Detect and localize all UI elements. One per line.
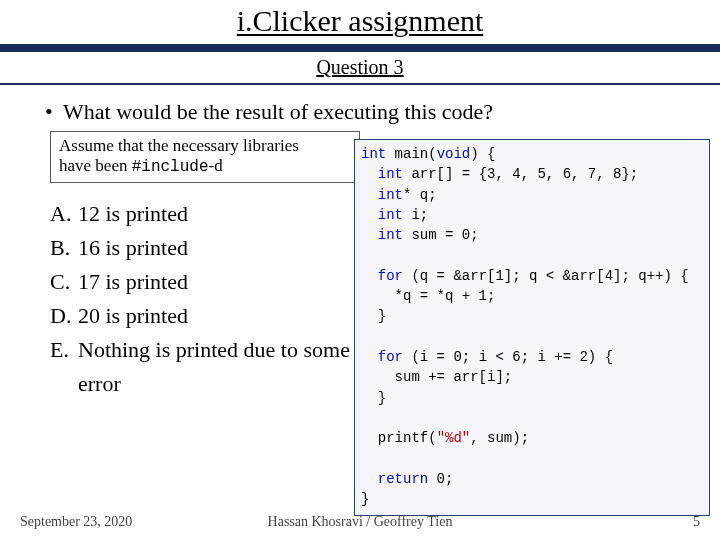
slide: i.Clicker assignment Question 3 •What wo… (0, 0, 720, 540)
code-q: * q; (403, 187, 437, 203)
kw-void: void (437, 146, 471, 162)
code-main: main( (386, 146, 436, 162)
note-line2a: have been (59, 156, 132, 175)
kw-int: int (361, 227, 403, 243)
code-ret-end: 0; (428, 471, 453, 487)
code-close1: } (361, 308, 386, 324)
answer-d: D.20 is printed (50, 299, 380, 333)
answer-text: 16 is printed (78, 231, 380, 265)
code-printf: printf( (361, 430, 437, 446)
note-include: #include (132, 158, 209, 176)
code-end: } (361, 491, 369, 507)
slide-subtitle: Question 3 (0, 56, 720, 79)
answer-label: C. (50, 265, 78, 299)
code-fmt: "%d" (437, 430, 471, 446)
kw-int: int (361, 207, 403, 223)
code-i: i; (403, 207, 428, 223)
answer-list: A.12 is printed B.16 is printed C.17 is … (50, 197, 380, 402)
answer-label: A. (50, 197, 78, 231)
code-body2: sum += arr[i]; (361, 369, 512, 385)
question-text: What would be the result of executing th… (63, 99, 493, 124)
code-for1: (q = &arr[1]; q < &arr[4]; q++) { (403, 268, 689, 284)
answer-a: A.12 is printed (50, 197, 380, 231)
kw-for: for (361, 349, 403, 365)
kw-int: int (361, 146, 386, 162)
title-area: i.Clicker assignment (0, 0, 720, 38)
answer-label: E. (50, 333, 78, 401)
code-close2: } (361, 390, 386, 406)
footer-authors: Hassan Khosravi / Geoffrey Tien (0, 514, 720, 530)
answer-e: E.Nothing is printed due to some error (50, 333, 380, 401)
code-sum: sum = 0; (403, 227, 479, 243)
kw-return: return (361, 471, 428, 487)
bullet-icon: • (45, 99, 63, 125)
answer-c: C.17 is printed (50, 265, 380, 299)
answer-text: 20 is printed (78, 299, 380, 333)
code-for2: (i = 0; i < 6; i += 2) { (403, 349, 613, 365)
code-main-end: ) { (470, 146, 495, 162)
answer-text: Nothing is printed due to some error (78, 333, 380, 401)
slide-title: i.Clicker assignment (0, 4, 720, 38)
footer-page: 5 (693, 514, 700, 530)
answer-text: 17 is printed (78, 265, 380, 299)
answer-text: 12 is printed (78, 197, 380, 231)
kw-int: int (361, 187, 403, 203)
answer-label: B. (50, 231, 78, 265)
code-body1: *q = *q + 1; (361, 288, 495, 304)
answer-b: B.16 is printed (50, 231, 380, 265)
kw-int: int (361, 166, 403, 182)
divider-thick (0, 44, 720, 52)
assumption-note: Assume that the necessary libraries have… (50, 131, 360, 183)
footer: September 23, 2020 Hassan Khosravi / Geo… (0, 514, 720, 530)
code-printf-end: , sum); (470, 430, 529, 446)
note-line1: Assume that the necessary libraries (59, 136, 299, 155)
code-box: int main(void) { int arr[] = {3, 4, 5, 6… (354, 139, 710, 516)
code-arr: arr[] = {3, 4, 5, 6, 7, 8}; (403, 166, 638, 182)
question-line: •What would be the result of executing t… (45, 99, 700, 125)
kw-for: for (361, 268, 403, 284)
answer-label: D. (50, 299, 78, 333)
note-line2c: -d (209, 156, 223, 175)
